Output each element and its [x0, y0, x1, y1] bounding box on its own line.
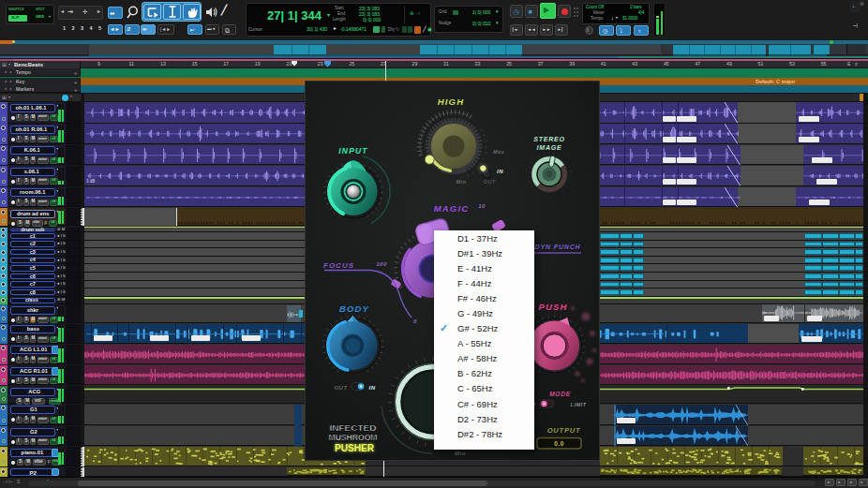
svg-text:OUT: OUT	[483, 179, 495, 185]
svg-text:FOCUS: FOCUS	[323, 261, 354, 270]
svg-text:HIGH: HIGH	[438, 96, 465, 107]
svg-text:100: 100	[376, 261, 387, 267]
svg-text:PUSH: PUSH	[538, 302, 567, 312]
svg-text:Max: Max	[493, 149, 505, 155]
svg-text:Min: Min	[455, 451, 466, 456]
svg-text:0.0: 0.0	[554, 440, 564, 447]
svg-text:0: 0	[413, 318, 417, 324]
svg-text:Min: Min	[456, 179, 467, 185]
svg-text:INPUT: INPUT	[338, 146, 368, 155]
svg-text:PUSHER: PUSHER	[335, 442, 374, 453]
svg-text:LIMIT: LIMIT	[571, 402, 587, 407]
svg-text:10: 10	[478, 203, 486, 209]
svg-text:MODE: MODE	[549, 391, 571, 397]
svg-text:MAGIC: MAGIC	[434, 203, 470, 214]
svg-text:DYN PUNCH: DYN PUNCH	[535, 244, 581, 250]
svg-text:IN: IN	[497, 169, 503, 174]
svg-text:IMAGE: IMAGE	[537, 144, 562, 151]
svg-text:MUSHROOM: MUSHROOM	[329, 432, 378, 442]
svg-text:OUTPUT: OUTPUT	[547, 426, 581, 435]
svg-text:BODY: BODY	[339, 303, 370, 314]
svg-text:STEREO: STEREO	[533, 136, 565, 142]
svg-text:IN: IN	[369, 385, 376, 391]
svg-text:OUT: OUT	[334, 385, 348, 391]
